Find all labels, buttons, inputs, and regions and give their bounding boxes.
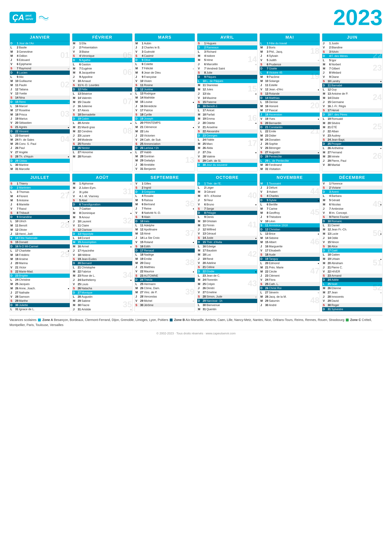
day-row: D14Matthias (260, 96, 320, 100)
day-row: S18Aude (260, 253, 320, 257)
day-row: D22Elodie (197, 269, 257, 274)
day-row: M15Claude07 (72, 100, 132, 104)
day-row: J14Odile (322, 236, 382, 240)
logo-ca-text: ÇA (12, 13, 24, 22)
legend-text: Vacances scolaires (9, 318, 36, 321)
day-row: J29Pierre, Paul (322, 159, 382, 163)
day-row: V24Modeste (72, 138, 132, 142)
day-row: D24Thècle (135, 278, 195, 282)
day-row: L1Fête du travail (260, 41, 320, 45)
day-row: M18Prisca03 (10, 112, 70, 117)
day-row: V27Emeline (197, 290, 257, 294)
day-row: L29L. de Pentecôte (260, 159, 320, 163)
day-row: S20Bernardin (260, 121, 320, 125)
day-row: L28Augustin (72, 295, 132, 299)
day-row: M3Phil., Jacq.18 (260, 50, 320, 54)
day-row: M6Bertrand36 (135, 202, 195, 206)
day-row: M4Isidore (197, 54, 257, 58)
day-row: D30Jour du souvenir (197, 163, 257, 167)
day-row: J9Françoise (135, 75, 195, 79)
day-row: J14La Ste Croix (135, 236, 195, 240)
day-row: L13Béatrice (72, 91, 132, 96)
day-row: J3Lydie31 (72, 190, 132, 194)
legend-color-a (38, 319, 41, 321)
day-row: D15Rémi (10, 100, 70, 104)
day-row: M1Toussaint (260, 182, 320, 186)
day-row: L18Nadège (135, 253, 195, 257)
day-row: M27Fernand (322, 150, 382, 154)
month-mai: MAI L1Fête du travail M2Boris M3Phil., J… (259, 33, 320, 172)
day-row: M14Sidoine (260, 236, 320, 240)
legend-zone-b-cities: Aix-Marseille, Amiens, Caen, Lille, Nanc… (186, 318, 344, 321)
day-row: M11Stanislas (197, 83, 257, 87)
day-row: J1Justin (322, 41, 382, 45)
day-row: M5Gérald (322, 198, 382, 202)
day-row: J23Victorien (135, 134, 195, 138)
day-row: S16Alice (322, 244, 382, 248)
day-row: D8Pélagie (197, 211, 257, 215)
day-row: M26Alida (197, 146, 257, 150)
day-row: S21Céline (197, 265, 257, 269)
day-row: M6Norbert (322, 62, 382, 66)
day-row: D17Renaud (135, 248, 195, 253)
day-row: S18Bernadette (72, 112, 132, 117)
day-row: L18Gatien (322, 253, 382, 257)
day-row: V10Léon (260, 219, 320, 223)
day-row: V30Martial (322, 163, 382, 167)
day-row: J19Marius (10, 117, 70, 121)
month-header-juin: JUIN (322, 34, 382, 41)
day-row: M21ÉTÉ25 (322, 125, 382, 129)
day-row: D31Sylvestre (322, 307, 382, 311)
day-row: S23AUTOMNE (135, 274, 195, 278)
day-row: M13Antoine de P. (322, 92, 382, 96)
logo-sub-text: peutservir (25, 14, 33, 21)
day-row: V1Florence (322, 182, 382, 186)
day-row: S14Nina (10, 95, 70, 100)
day-row: V7Raoul (10, 207, 70, 211)
day-row: J2Charles le B. (135, 45, 195, 50)
month-header-decembre: DÉCEMBRE (322, 174, 382, 182)
day-row: J9Appoline (72, 75, 132, 79)
day-row: S1Hugues (197, 41, 257, 45)
top-months-grid: JANVIER D1Jour de l'An L2Basile M3Genevi… (9, 33, 383, 172)
day-row: S4Casimir (135, 54, 195, 58)
month-header-mai: MAI (260, 34, 320, 41)
day-row: V16J.-Fr. Régis (322, 104, 382, 108)
day-row: D10Inès (135, 219, 195, 223)
day-row: M10Guillaume (10, 79, 70, 83)
month-janvier: JANVIER D1Jour de l'An L2Basile M3Genevi… (9, 33, 70, 172)
day-row: S15Paterne (197, 100, 257, 104)
day-row: M29Gwladys13 (135, 158, 195, 162)
day-row: M19Arsène (10, 257, 70, 261)
day-row: L17Anicet (197, 108, 257, 112)
day-row: L8Victoire 45 (260, 71, 320, 75)
day-row: M24Donatien (260, 138, 320, 142)
day-row: L12Guy (322, 88, 382, 92)
day-row: D3Grégoire (135, 190, 195, 194)
day-row: L3Thomas (10, 190, 70, 194)
day-row: J23Clément (260, 274, 320, 278)
day-row: D9Amandine (10, 215, 70, 219)
day-row: M8Geoffroy45 (260, 211, 320, 215)
day-row: J16Bénédicte (135, 104, 195, 108)
day-row: M10Ghislain (197, 219, 257, 223)
day-row: J25Sophie (260, 142, 320, 146)
day-row: J2Défunt (260, 186, 320, 190)
day-row: M11Firmin41 (197, 223, 257, 227)
day-row: L22Emile21 (260, 129, 320, 133)
day-row: J8Médard (322, 71, 382, 75)
day-row: J2Présentation (72, 45, 132, 50)
day-row: S21Agnès (10, 125, 70, 130)
day-row: M9Amour (72, 215, 132, 219)
footer-copyright: © 2002-2023 · Tous droits réservés · www… (156, 332, 236, 335)
month-header-juillet: JUILLET (10, 174, 70, 182)
day-row: M21Prés. Marie (260, 265, 320, 270)
day-row: L5Igor (322, 58, 382, 62)
day-row: L9Denis (197, 215, 257, 219)
day-row: M22Léa (135, 129, 195, 133)
day-row: M14Elisée24 (322, 96, 382, 100)
day-row: D18F. des Pères (322, 112, 382, 117)
day-row: J13Henri, Joël (10, 232, 70, 236)
legend-section: Vacances scolaires Zone A Besançon, Bord… (9, 315, 383, 328)
day-row: M24Florentin (197, 278, 257, 282)
